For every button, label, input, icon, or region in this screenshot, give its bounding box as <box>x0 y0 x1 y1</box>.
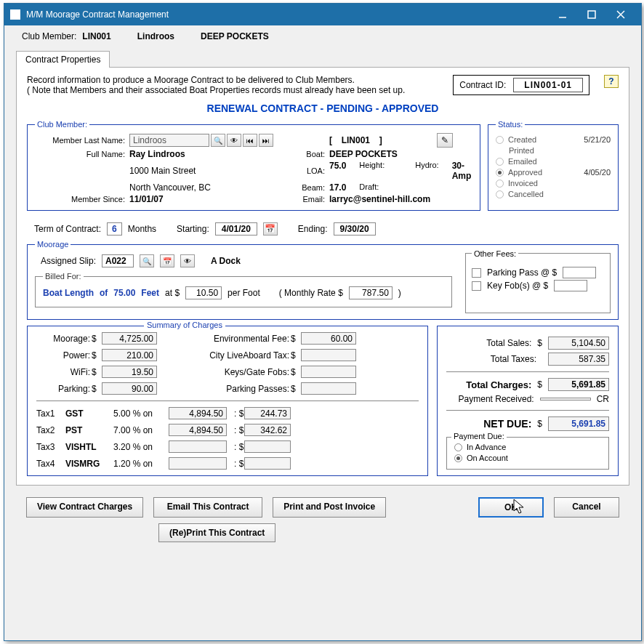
dock-name: A Dock <box>211 256 241 266</box>
monthly-rate: 787.50 <box>349 286 393 299</box>
parking-pass-checkbox[interactable] <box>472 268 481 278</box>
assigned-slip-label: Assigned Slip: <box>35 256 96 266</box>
titlebar: M/M Moorage Contract Management <box>4 4 641 25</box>
summary-legend: Summary of Charges <box>144 321 225 329</box>
billed-at: at $ <box>165 288 180 298</box>
boat-name: DEEP POCKETS <box>201 31 269 41</box>
slip-input[interactable]: A022 <box>102 254 134 267</box>
billed-of: of <box>100 288 108 298</box>
term-months-input[interactable]: 6 <box>107 222 122 236</box>
contract-id-label: Contract ID: <box>459 80 506 90</box>
tax4-amt <box>244 457 291 470</box>
tax1-label: Tax1 <box>36 408 65 419</box>
tax2-label: Tax2 <box>36 425 65 435</box>
cancel-button[interactable]: Cancel <box>554 497 619 518</box>
height-label: Height: <box>359 161 385 181</box>
moorage-charge: 4,725.00 <box>102 332 157 345</box>
slip-calendar-icon[interactable]: 📅 <box>160 254 174 267</box>
view-charges-button[interactable]: View Contract Charges <box>26 497 143 518</box>
tabbar: Contract Properties <box>16 50 629 67</box>
email-label: Email: <box>286 195 329 204</box>
status-invoiced-radio[interactable] <box>496 180 504 188</box>
payment-cr: CR <box>597 394 609 404</box>
tax1-rate: 5.00 % on <box>113 408 169 419</box>
moorage-legend: Moorage <box>35 240 71 249</box>
billed-legend: Billed For: <box>43 272 84 281</box>
status-approved-date: 4/05/20 <box>584 168 611 177</box>
on-account-radio[interactable] <box>454 454 462 462</box>
totals-group: Total Sales:$5,104.50 Total Taxes:587.35… <box>437 326 619 476</box>
total-sales: 5,104.50 <box>548 337 609 350</box>
payment-due-legend: Payment Due: <box>451 432 507 440</box>
status-emailed-radio[interactable] <box>496 158 504 166</box>
status-cancelled-radio[interactable] <box>496 190 504 198</box>
lookup-icon[interactable]: 🔍 <box>211 134 225 147</box>
member-label: Club Member: <box>22 31 76 41</box>
passes-label: Parking Passes: <box>182 384 291 394</box>
slip-binoculars-icon[interactable]: 👁 <box>180 254 195 267</box>
tax2-rate: 7.00 % on <box>113 425 169 435</box>
ending-date[interactable]: 9/30/20 <box>334 222 376 236</box>
per-foot: per Foot <box>228 288 260 298</box>
ending-label: Ending: <box>298 224 328 234</box>
payment-due-group: Payment Due: In Advance On Account <box>446 437 609 470</box>
boat-name-value: DEEP POCKETS <box>329 149 453 159</box>
status-approved-radio[interactable] <box>496 169 504 177</box>
tab-contract-properties[interactable]: Contract Properties <box>16 51 110 68</box>
print-post-button[interactable]: Print and Post Invoice <box>273 497 386 518</box>
status-created-radio[interactable] <box>496 136 504 144</box>
binoculars-icon[interactable]: 👁 <box>227 134 241 147</box>
svg-rect-1 <box>588 11 595 18</box>
power-charge: 210.00 <box>102 349 157 361</box>
slip-lookup-icon[interactable]: 🔍 <box>140 254 154 267</box>
member-since-value: 11/01/07 <box>129 194 286 204</box>
last-name-label: Member Last Name: <box>35 136 129 145</box>
help-icon[interactable]: ? <box>604 75 619 88</box>
term-months-label: Months <box>128 224 156 234</box>
tax3-label: Tax3 <box>36 442 65 452</box>
full-name-label: Full Name: <box>35 150 129 158</box>
liveaboard-label: City LiveAboard Tax: <box>182 350 291 361</box>
calendar-icon[interactable]: 📅 <box>263 222 278 236</box>
content-panel: Record information to produce a Moorage … <box>16 67 629 486</box>
starting-date[interactable]: 4/01/20 <box>215 222 257 236</box>
moorage-charge-label: Moorage: <box>36 334 92 344</box>
maximize-button[interactable] <box>577 4 606 25</box>
total-taxes-label: Total Taxes: <box>446 354 536 364</box>
loa-value: 75.0 <box>329 161 346 181</box>
hydro-label: Hydro: <box>415 161 438 181</box>
rate-input[interactable]: 10.50 <box>185 286 222 299</box>
app-window: M/M Moorage Contract Management Club Mem… <box>4 3 642 641</box>
prev-icon[interactable]: ⏮ <box>243 134 257 147</box>
key-fob-amount[interactable] <box>554 280 587 291</box>
key-fob-checkbox[interactable] <box>472 281 481 291</box>
tax3-amt <box>244 440 291 453</box>
total-taxes: 587.35 <box>548 353 609 366</box>
ok-button[interactable]: OK <box>478 497 544 518</box>
subheader: Club Member: LIN001 Lindroos DEEP POCKET… <box>4 25 641 46</box>
edit-icon[interactable]: ✎ <box>437 133 453 148</box>
tax4-rate: 1.20 % on <box>113 459 169 469</box>
app-icon <box>10 9 20 20</box>
status-legend: Status: <box>496 120 525 129</box>
last-name-field[interactable]: Lindroos <box>129 134 209 147</box>
parking-pass-amount[interactable] <box>563 267 596 278</box>
env-fee-label: Environmental Fee: <box>182 334 291 344</box>
next-icon[interactable]: ⏭ <box>259 134 273 147</box>
status-emailed-label: Emailed <box>508 157 537 166</box>
window-title: M/M Moorage Contract Management <box>26 9 548 20</box>
tax3-base <box>169 440 227 453</box>
in-advance-radio[interactable] <box>454 443 462 451</box>
club-member-legend: Club Member: <box>35 120 89 129</box>
tax4-label: Tax4 <box>36 459 65 469</box>
tax1-amt: 244.73 <box>244 407 291 419</box>
payment-received <box>540 398 591 401</box>
intro-line1: Record information to produce a Moorage … <box>27 75 444 85</box>
close-button[interactable] <box>606 4 635 25</box>
passes-charge <box>301 382 356 395</box>
beam-value: 17.0 <box>329 182 346 193</box>
minimize-button[interactable] <box>548 4 577 25</box>
email-contract-button[interactable]: Email This Contract <box>153 497 262 518</box>
reprint-button[interactable]: (Re)Print This Contract <box>158 523 275 542</box>
tax4-base <box>169 457 227 470</box>
